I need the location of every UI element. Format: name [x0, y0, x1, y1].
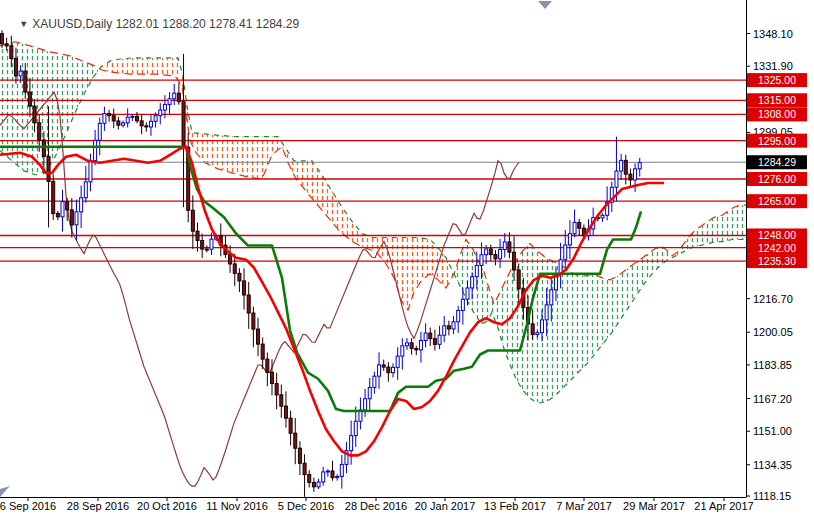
candle-body	[159, 110, 162, 116]
x-axis-label: 28 Sep 2016	[67, 500, 129, 512]
candle-body	[205, 249, 208, 250]
candle-body	[466, 288, 469, 299]
candle-body	[340, 464, 343, 476]
candle-body	[452, 322, 455, 329]
candle-body	[350, 436, 353, 451]
candle-body	[33, 106, 36, 123]
scroll-corner-triangle-icon[interactable]	[0, 486, 10, 497]
candle-body	[545, 305, 548, 320]
x-axis-label: 21 Apr 2017	[694, 500, 753, 512]
candle-body	[303, 463, 306, 474]
candle-body	[163, 104, 166, 110]
candle-body	[108, 114, 111, 116]
price-level-badge-label: 1315.00	[758, 94, 796, 106]
candle-body	[173, 93, 176, 99]
candle-body	[378, 365, 381, 376]
candle-body	[238, 273, 241, 281]
candle-body	[243, 281, 246, 295]
candle-body	[517, 270, 520, 289]
candle-body	[56, 214, 59, 217]
current-price-badge-label: 1284.29	[758, 156, 796, 168]
candle-body	[638, 163, 641, 169]
candle-body	[233, 264, 236, 273]
candle-body	[629, 174, 632, 180]
chart-shift-triangle-icon[interactable]	[538, 1, 552, 9]
ichimoku-cloud	[0, 42, 746, 403]
candle-body	[140, 121, 143, 126]
candle-body	[275, 384, 278, 395]
candle-body	[252, 313, 255, 329]
candle-body	[145, 126, 148, 127]
candle-body	[382, 365, 385, 367]
candle-body	[368, 387, 371, 398]
symbol-dropdown-icon[interactable]: ▼	[19, 19, 28, 29]
candle-body	[503, 242, 506, 250]
candle-body	[191, 210, 194, 231]
candle-body	[168, 99, 171, 105]
candle-body	[210, 239, 213, 249]
x-axis-label: 28 Dec 2016	[345, 500, 407, 512]
candle-body	[312, 482, 315, 486]
candle-body	[47, 156, 50, 181]
price-level-badge-label: 1235.30	[758, 255, 796, 267]
candle-body	[112, 116, 115, 121]
candle-body	[494, 255, 497, 259]
candle-body	[419, 341, 422, 350]
price-level-badge-label: 1295.00	[758, 135, 796, 147]
candle-body	[84, 182, 87, 198]
candle-body	[564, 245, 567, 260]
x-axis-label: 29 Mar 2017	[623, 500, 685, 512]
candle-body	[289, 418, 292, 433]
candle-body	[461, 299, 464, 310]
candle-body	[61, 202, 64, 217]
candle-body	[10, 46, 13, 59]
candle-body	[578, 222, 581, 228]
candle-body	[98, 123, 101, 140]
candle-body	[489, 249, 492, 255]
candle-body	[373, 376, 376, 387]
candle-body	[38, 123, 41, 140]
candle-body	[196, 231, 199, 240]
candle-body	[326, 471, 329, 472]
trading-chart-window: ▼XAUUSD,Daily 1282.01 1288.20 1278.41 12…	[0, 0, 814, 514]
candle-body	[471, 277, 474, 288]
ohlc-open: 1282.01	[116, 17, 159, 31]
candle-body	[438, 335, 441, 344]
candle-body	[28, 92, 31, 106]
candle-body	[117, 121, 120, 125]
candle-body	[429, 333, 432, 339]
candle-body	[364, 399, 367, 410]
y-tick-label: 1183.85	[753, 359, 792, 371]
candle-body	[75, 212, 78, 225]
price-level-badge-label: 1325.00	[758, 74, 796, 86]
candle-body	[410, 343, 413, 349]
y-tick-label: 1331.90	[753, 60, 793, 72]
candle-body	[284, 406, 287, 418]
candle-body	[443, 326, 446, 335]
candle-body	[424, 333, 427, 340]
candle-body	[508, 242, 511, 252]
candle-body	[154, 116, 157, 122]
x-axis-label: 20 Jan 2017	[415, 500, 476, 512]
candle-body	[126, 117, 129, 123]
candle-body	[322, 472, 325, 482]
candle-body	[317, 482, 320, 487]
candle-body	[615, 171, 618, 187]
y-tick-label: 1348.10	[753, 28, 793, 40]
candle-body	[201, 241, 204, 250]
price-level-badge-label: 1248.00	[758, 229, 796, 241]
candle-body	[392, 367, 395, 372]
ohlc-close: 1284.29	[256, 17, 299, 31]
candle-body	[229, 255, 232, 264]
candle-body	[294, 433, 297, 448]
price-chart[interactable]: 1348.101331.901299.051216.701200.051183.…	[0, 0, 814, 514]
candle-body	[19, 71, 22, 76]
price-badges: 1325.001315.001308.001295.001276.001265.…	[747, 73, 807, 268]
y-tick-label: 1118.15	[753, 490, 791, 502]
candle-body	[405, 343, 408, 346]
candle-body	[122, 123, 125, 125]
candle-body	[415, 348, 418, 349]
x-axis-label: 13 Feb 2017	[484, 500, 546, 512]
candle-body	[531, 324, 534, 335]
candle-body	[308, 475, 311, 483]
